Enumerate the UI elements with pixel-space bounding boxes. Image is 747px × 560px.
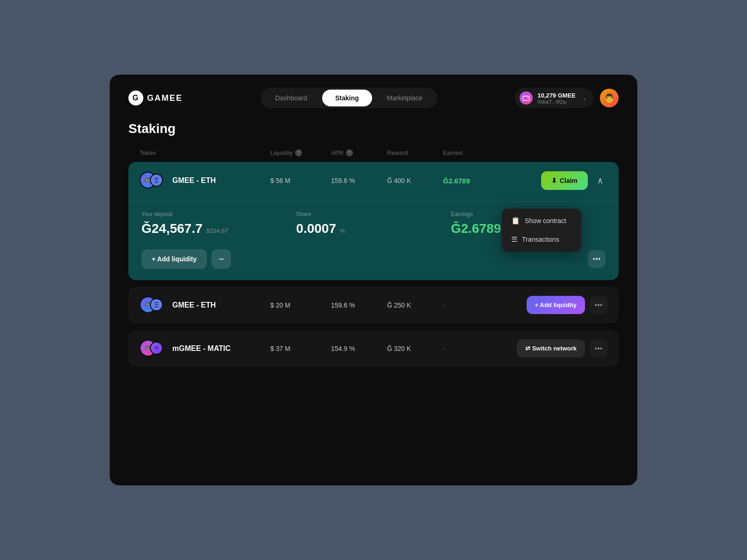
token-icons-3: 🎮 ♾ xyxy=(140,340,166,357)
transactions-item[interactable]: ☰ Transactions xyxy=(505,230,578,249)
apr-info-icon[interactable]: ? xyxy=(346,149,353,156)
token-name-2: GMEE - ETH xyxy=(172,301,216,309)
dropdown-menu: 📋 Show contract ☰ Transactions xyxy=(502,209,581,252)
share-value: 0.0007 % xyxy=(296,221,451,236)
liquidity-1: $ 56 M xyxy=(270,177,331,184)
wallet-details: 10,279 GMEE 0xbaT...4f2ju xyxy=(537,92,576,105)
chevron-down-icon: ⌄ xyxy=(582,95,587,101)
tab-dashboard[interactable]: Dashboard xyxy=(262,90,321,106)
staking-row-3: 🎮 ♾ mGMEE - MATIC $ 37 M 154.9 % Ğ 320 K… xyxy=(128,330,619,367)
svg-rect-0 xyxy=(523,96,529,100)
token-icon-eth-2: Ξ xyxy=(150,298,163,311)
add-liquidity-button-expanded[interactable]: + Add liquidity xyxy=(141,249,207,269)
nav-tabs: Dashboard Staking Marketplace xyxy=(261,88,437,108)
reward-1: Ğ 400 K xyxy=(387,177,443,184)
earned-1: Ğ2.6789 xyxy=(443,177,499,185)
col-earned: Earned xyxy=(443,149,499,156)
staking-row-1: 🎮 Ξ GMEE - ETH $ 56 M 159.6 % Ğ 400 K Ğ2… xyxy=(128,162,619,280)
apr-1: 159.6 % xyxy=(331,177,387,184)
col-apr: APR ? xyxy=(331,149,387,156)
col-reward: Reward xyxy=(387,149,443,156)
page-title: Staking xyxy=(128,121,619,136)
reward-3: Ğ 320 K xyxy=(387,345,443,352)
token-info-2: 🎮 Ξ GMEE - ETH xyxy=(140,296,270,314)
deposit-label: Your deposit xyxy=(141,211,296,217)
row-3-actions: ⇄ Switch network ••• xyxy=(499,339,607,357)
share-label: Share xyxy=(296,211,451,217)
token-info-1: 🎮 Ξ GMEE - ETH xyxy=(140,172,270,189)
deposit-value: Ğ24,567.7 $204.67 xyxy=(141,221,296,236)
contract-icon: 📋 xyxy=(511,217,520,225)
wallet-address: 0xbaT...4f2ju xyxy=(537,99,576,105)
share-suffix: % xyxy=(340,227,345,234)
collapse-button[interactable]: ∧ xyxy=(592,173,607,188)
header: G GAMEE Dashboard Staking Marketplace 10… xyxy=(110,75,637,121)
avatar[interactable]: 👨 xyxy=(600,89,619,107)
transactions-label: Transactions xyxy=(522,236,559,243)
token-info-3: 🎮 ♾ mGMEE - MATIC xyxy=(140,340,270,357)
show-contract-item[interactable]: 📋 Show contract xyxy=(505,211,578,230)
header-right: 10,279 GMEE 0xbaT...4f2ju ⌄ 👨 xyxy=(515,88,619,108)
col-liquidity: Liquidity ? xyxy=(270,149,331,156)
claim-button[interactable]: ⬇ Claim xyxy=(541,171,588,190)
row-1-main: 🎮 Ξ GMEE - ETH $ 56 M 159.6 % Ğ 400 K Ğ2… xyxy=(128,162,619,199)
liquidity-3: $ 37 M xyxy=(270,345,331,352)
tab-marketplace[interactable]: Marketplace xyxy=(374,90,436,106)
apr-2: 159.6 % xyxy=(331,301,387,309)
more-options-button-3[interactable]: ••• xyxy=(590,340,607,357)
transactions-icon: ☰ xyxy=(511,235,517,244)
apr-3: 154.9 % xyxy=(331,345,387,352)
token-name-1: GMEE - ETH xyxy=(172,176,216,185)
wallet-amount: 10,279 GMEE xyxy=(537,92,576,99)
main-content: Staking Token Liquidity ? APR ? Reward E… xyxy=(110,121,637,367)
expanded-actions: + Add liquidity − ••• xyxy=(141,249,606,269)
token-icon-matic: ♾ xyxy=(150,342,163,355)
token-icons-2: 🎮 Ξ xyxy=(140,296,166,314)
add-liquidity-button-2[interactable]: + Add liquidity xyxy=(527,296,585,314)
logo-icon: G xyxy=(128,91,143,105)
expanded-actions-left: + Add liquidity − xyxy=(141,249,231,269)
row-2-actions: + Add liquidity ••• xyxy=(499,296,607,314)
remove-liquidity-button[interactable]: − xyxy=(211,249,231,269)
deposit-usd: $204.67 xyxy=(206,227,228,234)
liquidity-2: $ 20 M xyxy=(270,301,331,309)
row-3-main: 🎮 ♾ mGMEE - MATIC $ 37 M 154.9 % Ğ 320 K… xyxy=(128,330,619,367)
wallet-icon xyxy=(520,91,533,105)
download-icon: ⬇ xyxy=(551,177,557,184)
earned-2: - xyxy=(443,301,499,309)
earned-3: - xyxy=(443,345,499,352)
reward-2: Ğ 250 K xyxy=(387,301,443,309)
more-options-button-2[interactable]: ••• xyxy=(590,296,607,314)
switch-network-button[interactable]: ⇄ Switch network xyxy=(517,339,585,357)
token-icon-eth-1: Ξ xyxy=(150,174,163,187)
more-options-button-1[interactable]: ••• xyxy=(588,250,606,268)
logo: G GAMEE xyxy=(128,91,183,105)
share-section: Share 0.0007 % xyxy=(296,211,451,236)
staking-row-2: 🎮 Ξ GMEE - ETH $ 20 M 159.6 % Ğ 250 K - … xyxy=(128,287,619,323)
table-header: Token Liquidity ? APR ? Reward Earned xyxy=(128,149,619,162)
token-name-3: mGMEE - MATIC xyxy=(172,344,231,353)
wallet-info[interactable]: 10,279 GMEE 0xbaT...4f2ju ⌄ xyxy=(515,88,593,108)
tab-staking[interactable]: Staking xyxy=(322,90,372,106)
deposit-section: Your deposit Ğ24,567.7 $204.67 xyxy=(141,211,296,236)
row-1-actions: ⬇ Claim ∧ xyxy=(499,171,607,190)
row-2-main: 🎮 Ξ GMEE - ETH $ 20 M 159.6 % Ğ 250 K - … xyxy=(128,287,619,323)
col-token: Token xyxy=(140,149,270,156)
liquidity-info-icon[interactable]: ? xyxy=(295,149,302,156)
show-contract-label: Show contract xyxy=(525,217,566,224)
app-container: G GAMEE Dashboard Staking Marketplace 10… xyxy=(110,75,637,485)
token-icons-1: 🎮 Ξ xyxy=(140,172,166,189)
logo-text: GAMEE xyxy=(147,93,183,103)
